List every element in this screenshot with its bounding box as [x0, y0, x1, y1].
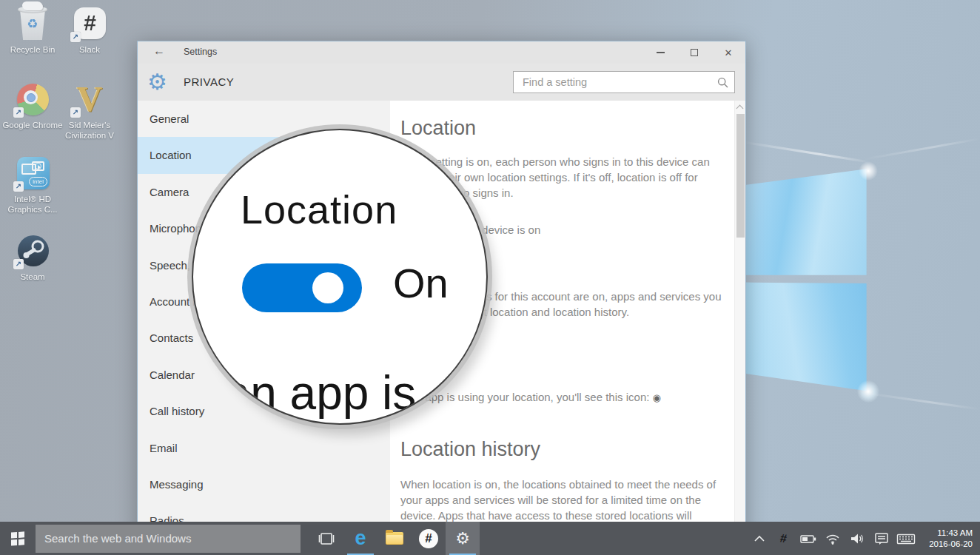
desktop-icon-civilization-v[interactable]: V ↗ Sid Meier's Civilization V: [57, 81, 122, 141]
desktop-icon-steam[interactable]: ↗ Steam: [0, 233, 65, 282]
desktop-icon-intel-hd-graphics[interactable]: intel ↗ Intel® HD Graphics C...: [0, 155, 65, 215]
clock-time: 11:43 AM: [918, 528, 973, 539]
steam-icon: ↗: [15, 233, 50, 269]
window-title: Settings: [184, 47, 217, 57]
taskbar-search[interactable]: [36, 525, 301, 553]
taskbar-search-input[interactable]: [36, 525, 301, 553]
wifi-icon: [825, 532, 841, 545]
vertical-scrollbar[interactable]: [734, 101, 745, 554]
scrollbar-thumb[interactable]: [736, 114, 745, 238]
scroll-up-icon[interactable]: [737, 104, 743, 110]
glow-spot: [857, 380, 879, 403]
magnifier-overlay: Location On f an app is: [192, 129, 488, 425]
location-icon-line: If an app is using your location, you'll…: [400, 389, 734, 406]
light-ray: [859, 391, 980, 411]
search-icon: [717, 77, 728, 88]
privacy-header: ⚙ PRIVACY: [138, 64, 745, 101]
maximize-icon: [691, 49, 698, 56]
location-heading: Location: [400, 117, 476, 140]
title-bar[interactable]: ← Settings ✕: [138, 41, 745, 64]
logo-pane-top: [745, 164, 869, 280]
magnified-location-label: Location: [241, 186, 397, 232]
civilization-v-icon: V ↗: [72, 81, 107, 117]
icon-label: Sid Meier's Civilization V: [57, 120, 122, 141]
windows-logo-icon: [11, 531, 24, 545]
shortcut-arrow-icon: ↗: [13, 259, 24, 269]
start-button[interactable]: [0, 522, 36, 555]
maximize-button[interactable]: [677, 41, 711, 64]
desktop-icon-google-chrome[interactable]: ↗ Google Chrome: [0, 81, 65, 130]
shortcut-arrow-icon: ↗: [13, 181, 24, 192]
sidebar-item-email[interactable]: Email: [138, 430, 390, 466]
settings-taskbar-button[interactable]: ⚙: [446, 522, 480, 555]
chrome-icon: ↗: [15, 81, 50, 117]
icon-label: Steam: [0, 272, 65, 282]
icon-label: Google Chrome: [0, 120, 65, 130]
shortcut-arrow-icon: ↗: [70, 107, 81, 118]
edge-icon: e: [355, 528, 366, 548]
tray-volume-button[interactable]: [845, 522, 869, 555]
light-ray: [742, 141, 870, 163]
icon-label: Recycle Bin: [0, 44, 65, 55]
glow-spot: [859, 161, 878, 181]
toggle-knob: [312, 272, 343, 303]
action-center-icon: [873, 531, 890, 546]
tray-network-button[interactable]: [820, 522, 845, 555]
desktop-icon-slack[interactable]: # ↗ Slack: [57, 6, 122, 55]
battery-icon: [799, 532, 817, 545]
task-view-icon: [318, 531, 335, 546]
speaker-icon: [849, 532, 865, 545]
desktop-icon-recycle-bin[interactable]: ♻ Recycle Bin: [0, 6, 65, 55]
action-center-button[interactable]: [869, 522, 893, 555]
clock[interactable]: 11:43 AM 2016-06-20: [918, 528, 980, 550]
task-view-button[interactable]: [309, 522, 343, 555]
find-setting-searchbox[interactable]: [513, 71, 735, 93]
location-history-description: When location is on, the locations obtai…: [400, 477, 734, 523]
close-button[interactable]: ✕: [711, 41, 745, 64]
keyboard-icon: [896, 532, 916, 545]
tray-battery-button[interactable]: [796, 522, 820, 555]
edge-browser-button[interactable]: e: [343, 522, 377, 555]
minimize-button[interactable]: [643, 41, 677, 64]
clock-date: 2016-06-20: [918, 539, 973, 550]
slack-icon: # ↗: [72, 6, 107, 41]
back-button[interactable]: ←: [150, 44, 169, 58]
slack-tray-icon: #: [779, 531, 788, 545]
settings-gear-icon: ⚙: [455, 529, 470, 548]
sidebar-item-messaging[interactable]: Messaging: [138, 466, 390, 502]
recycle-bin-icon: ♻: [15, 6, 50, 41]
tray-show-hidden-button[interactable]: [747, 522, 771, 555]
slack-taskbar-button[interactable]: #: [412, 522, 446, 555]
logo-pane-bottom: [745, 281, 869, 397]
intel-hd-graphics-icon: intel ↗: [15, 155, 50, 191]
icon-label: Slack: [57, 44, 122, 55]
tray-slack-button[interactable]: #: [771, 522, 796, 555]
file-explorer-icon: [386, 532, 403, 545]
find-setting-input[interactable]: [514, 72, 734, 92]
page-title: PRIVACY: [184, 75, 234, 88]
minimize-icon: [657, 52, 665, 53]
toggle-state-label: On: [393, 259, 449, 307]
location-toggle-on[interactable]: [242, 263, 362, 312]
touch-keyboard-button[interactable]: [893, 522, 918, 555]
slack-icon: #: [419, 529, 438, 548]
light-ray: [863, 138, 980, 161]
taskbar: e # ⚙ #: [0, 522, 980, 555]
icon-label: Intel® HD Graphics C...: [0, 194, 65, 215]
system-tray: #: [747, 522, 980, 555]
location-in-use-icon: ◉: [653, 392, 661, 403]
gear-icon: ⚙: [147, 69, 167, 95]
shortcut-arrow-icon: ↗: [13, 107, 24, 118]
shortcut-arrow-icon: ↗: [70, 32, 81, 42]
location-history-heading: Location history: [400, 438, 540, 461]
file-explorer-button[interactable]: [377, 522, 412, 555]
chevron-up-icon: [754, 534, 765, 543]
